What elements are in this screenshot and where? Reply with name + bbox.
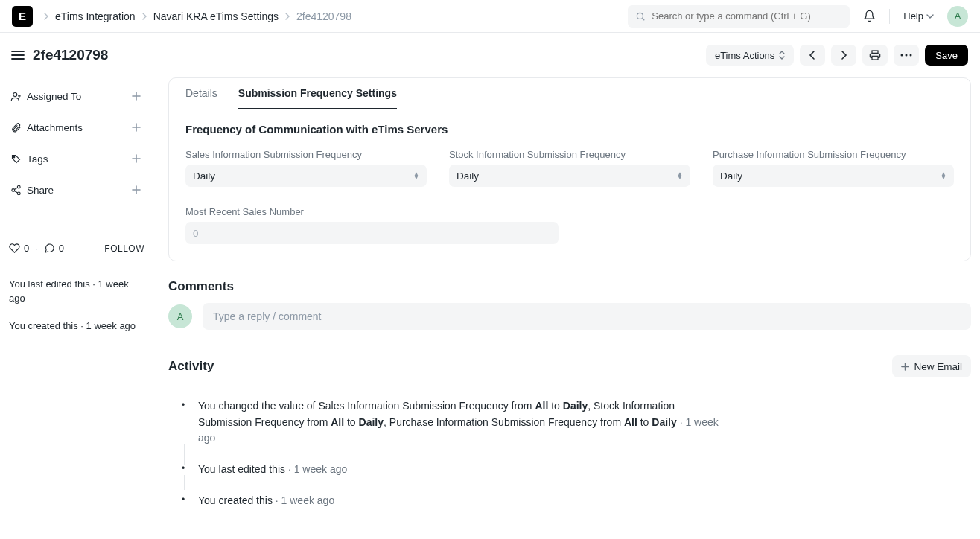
- bell-icon: [863, 10, 876, 22]
- comments-button[interactable]: 0: [44, 243, 64, 254]
- sidebar-item-tags[interactable]: Tags: [9, 143, 144, 174]
- select-chevron-icon: ▲▼: [413, 172, 419, 179]
- breadcrumb-item-1[interactable]: Navari KRA eTims Settings: [153, 10, 279, 22]
- add-share-button[interactable]: [128, 182, 144, 198]
- tab-submission-frequency[interactable]: Submission Frequency Settings: [238, 78, 397, 109]
- sidebar-toggle[interactable]: [9, 46, 27, 64]
- activity-item: You created this · 1 week ago: [180, 485, 724, 517]
- add-attachment-button[interactable]: [128, 119, 144, 135]
- plus-icon: [901, 363, 909, 371]
- field-sales-frequency: Sales Information Submission Frequency D…: [185, 149, 427, 187]
- field-label: Most Recent Sales Number: [185, 206, 559, 217]
- comment-composer: A Type a reply / comment: [168, 303, 971, 330]
- print-button[interactable]: [862, 45, 888, 66]
- paperclip-icon: [9, 122, 22, 133]
- search-box[interactable]: [628, 5, 850, 28]
- breadcrumb: eTims Integration Navari KRA eTims Setti…: [43, 10, 628, 22]
- svg-point-9: [910, 54, 912, 57]
- select-chevron-icon: ▲▼: [677, 172, 683, 179]
- sidebar-label: Share: [27, 185, 128, 196]
- chevron-down-icon: [926, 13, 934, 20]
- svg-point-17: [13, 156, 15, 158]
- next-button[interactable]: [831, 45, 856, 66]
- commenter-avatar: A: [168, 304, 192, 328]
- breadcrumb-item-current: 2fe4120798: [296, 10, 351, 22]
- header-actions: eTims Actions Save: [706, 45, 968, 66]
- sidebar-item-share[interactable]: Share: [9, 174, 144, 205]
- select-value: Daily: [193, 170, 215, 182]
- prev-button[interactable]: [800, 45, 825, 66]
- svg-point-22: [17, 192, 20, 195]
- select-icon: [779, 51, 785, 60]
- tabs: Details Submission Frequency Settings: [169, 78, 970, 109]
- recent-sales-input[interactable]: [193, 228, 551, 239]
- recent-sales-input-wrap[interactable]: [185, 222, 559, 244]
- sidebar-item-attachments[interactable]: Attachments: [9, 112, 144, 143]
- svg-point-0: [637, 13, 643, 19]
- search-input[interactable]: [652, 10, 842, 22]
- field-purchase-frequency: Purchase Information Submission Frequenc…: [713, 149, 954, 187]
- app-logo[interactable]: E: [12, 6, 33, 27]
- activity-header-row: Activity New Email: [168, 355, 971, 377]
- activity-heading: Activity: [168, 359, 892, 374]
- field-row-2: Most Recent Sales Number: [185, 206, 954, 244]
- user-plus-icon: [9, 91, 22, 102]
- activity-item: You changed the value of Sales Informati…: [180, 391, 724, 454]
- page-header: 2fe4120798 eTims Actions Save: [0, 33, 980, 77]
- svg-point-10: [13, 92, 16, 96]
- comment-input[interactable]: Type a reply / comment: [203, 303, 971, 330]
- stock-frequency-select[interactable]: Daily ▲▼: [449, 165, 690, 187]
- breadcrumb-item-0[interactable]: eTims Integration: [55, 10, 136, 22]
- share-icon: [9, 185, 22, 196]
- select-value: Daily: [720, 170, 742, 182]
- add-assignee-button[interactable]: [128, 88, 144, 104]
- card-body: Frequency of Communication with eTims Se…: [169, 109, 970, 261]
- follow-button[interactable]: FOLLOW: [104, 243, 144, 254]
- add-tag-button[interactable]: [128, 150, 144, 167]
- field-label: Stock Information Submission Frequency: [449, 149, 690, 160]
- chevron-right-icon: [141, 13, 147, 20]
- like-button[interactable]: 0: [9, 243, 29, 254]
- chevron-right-icon: [840, 51, 847, 60]
- notifications-button[interactable]: [863, 10, 876, 22]
- field-stock-frequency: Stock Information Submission Frequency D…: [449, 149, 690, 187]
- comment-icon: [44, 243, 55, 254]
- help-menu[interactable]: Help: [903, 10, 934, 22]
- user-avatar[interactable]: A: [947, 6, 968, 27]
- printer-icon: [869, 49, 881, 61]
- etims-actions-menu[interactable]: eTims Actions: [706, 45, 794, 66]
- save-button[interactable]: Save: [925, 45, 968, 66]
- menu-icon: [11, 50, 25, 60]
- sidebar-label: Attachments: [27, 122, 128, 133]
- plus-icon: [132, 185, 141, 194]
- separator: [889, 9, 890, 24]
- field-label: Sales Information Submission Frequency: [185, 149, 427, 160]
- comment-count: 0: [59, 243, 64, 254]
- sidebar-label: Tags: [27, 153, 128, 165]
- plus-icon: [132, 92, 141, 101]
- plus-icon: [132, 123, 141, 132]
- sidebar-meta: You last edited this · 1 week ago You cr…: [9, 278, 144, 334]
- select-chevron-icon: ▲▼: [941, 172, 946, 179]
- svg-rect-5: [872, 51, 878, 53]
- select-value: Daily: [456, 170, 479, 182]
- sidebar-item-assigned-to[interactable]: Assigned To: [9, 80, 144, 112]
- meta-created: You created this · 1 week ago: [9, 319, 144, 334]
- help-label: Help: [903, 10, 923, 22]
- sales-frequency-select[interactable]: Daily ▲▼: [185, 165, 427, 187]
- page-title: 2fe4120798: [33, 47, 706, 63]
- svg-line-23: [14, 188, 17, 190]
- more-button[interactable]: [894, 45, 919, 66]
- tab-details[interactable]: Details: [185, 78, 217, 109]
- main: Details Submission Frequency Settings Fr…: [155, 77, 971, 531]
- form-card: Details Submission Frequency Settings Fr…: [168, 77, 971, 261]
- svg-rect-6: [872, 56, 878, 60]
- plus-icon: [132, 154, 141, 163]
- purchase-frequency-select[interactable]: Daily ▲▼: [713, 165, 954, 187]
- body: Assigned To Attachments Tags: [0, 77, 980, 531]
- chevron-right-icon: [43, 13, 49, 20]
- sidebar: Assigned To Attachments Tags: [9, 77, 155, 531]
- dot-separator: ·: [35, 243, 38, 254]
- new-email-button[interactable]: New Email: [892, 355, 971, 377]
- chevron-right-icon: [284, 13, 290, 20]
